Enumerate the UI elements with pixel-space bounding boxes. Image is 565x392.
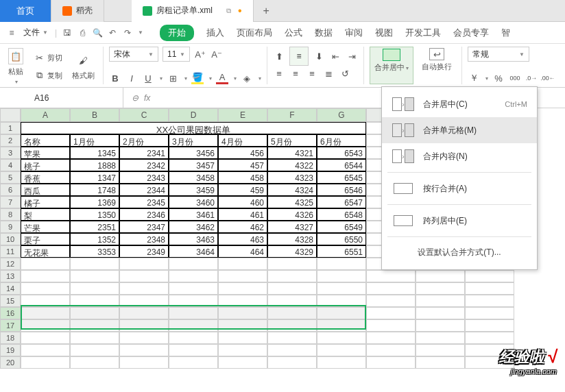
- cell[interactable]: 栗子: [21, 233, 70, 245]
- cell[interactable]: 6550: [317, 233, 366, 245]
- row-header[interactable]: 7: [0, 196, 21, 208]
- cell[interactable]: 4326: [267, 208, 317, 221]
- preview-icon[interactable]: 🔍: [91, 27, 104, 39]
- cell[interactable]: [21, 356, 70, 369]
- cell[interactable]: [317, 344, 366, 356]
- cell[interactable]: 1350: [70, 208, 119, 221]
- cell[interactable]: [267, 356, 317, 369]
- cell[interactable]: 1345: [70, 147, 119, 159]
- row-header[interactable]: 3: [0, 147, 21, 159]
- align-top-icon[interactable]: ⬆: [273, 50, 285, 62]
- cell[interactable]: [169, 319, 218, 332]
- ribbon-tab-dev[interactable]: 开发工具: [405, 27, 441, 39]
- cell[interactable]: 4329: [267, 245, 317, 258]
- cell[interactable]: [218, 344, 267, 356]
- cell[interactable]: 3353: [70, 245, 119, 258]
- cell[interactable]: [70, 319, 119, 332]
- percent-button[interactable]: %: [492, 72, 505, 84]
- tab-home[interactable]: 首页: [0, 0, 51, 22]
- cell[interactable]: 6548: [317, 208, 366, 221]
- ribbon-tab-formula[interactable]: 公式: [285, 27, 302, 39]
- copy-button[interactable]: ⧉复制: [30, 68, 65, 83]
- dropdown-footer[interactable]: 设置默认合并方式(T)...: [382, 240, 537, 265]
- cell[interactable]: [70, 295, 119, 307]
- cell[interactable]: 1月份: [70, 134, 119, 147]
- cell[interactable]: 苹果: [21, 147, 70, 159]
- cell[interactable]: 1748: [70, 184, 119, 196]
- cell[interactable]: [218, 258, 267, 270]
- currency-button[interactable]: ￥: [468, 72, 480, 84]
- cell[interactable]: [218, 282, 267, 295]
- cell[interactable]: [119, 356, 169, 369]
- cell[interactable]: 461: [218, 208, 267, 221]
- cell[interactable]: [317, 270, 366, 282]
- border-button[interactable]: ⊞: [167, 72, 179, 84]
- cell[interactable]: [465, 319, 514, 332]
- cell[interactable]: [169, 356, 218, 369]
- cell[interactable]: 4月份: [218, 134, 267, 147]
- cell[interactable]: 1888: [70, 159, 119, 171]
- row-header[interactable]: 17: [0, 319, 21, 332]
- align-middle-icon[interactable]: ≡: [289, 47, 309, 66]
- cell[interactable]: [366, 319, 416, 332]
- row-header[interactable]: 11: [0, 245, 21, 258]
- merge-option[interactable]: ›合并单元格(M): [382, 117, 537, 143]
- cell[interactable]: 3460: [169, 196, 218, 208]
- row-header[interactable]: 10: [0, 233, 21, 245]
- cell[interactable]: [169, 282, 218, 295]
- row-header[interactable]: 13: [0, 270, 21, 282]
- cell[interactable]: 463: [218, 233, 267, 245]
- row-header[interactable]: 14: [0, 282, 21, 295]
- cell[interactable]: 3458: [169, 171, 218, 184]
- cell[interactable]: 458: [218, 171, 267, 184]
- cell[interactable]: 梨: [21, 208, 70, 221]
- orientation-icon[interactable]: ↺: [339, 67, 351, 79]
- cell[interactable]: 6543: [317, 147, 366, 159]
- cell[interactable]: [366, 282, 416, 295]
- cell[interactable]: 6月份: [317, 134, 366, 147]
- row-header[interactable]: 12: [0, 258, 21, 270]
- cell[interactable]: [169, 258, 218, 270]
- cell[interactable]: 4327: [267, 221, 317, 233]
- cell[interactable]: [21, 295, 70, 307]
- size-select[interactable]: 11▼: [163, 47, 190, 62]
- cell[interactable]: [70, 282, 119, 295]
- tab-new[interactable]: +: [254, 5, 279, 17]
- qat-dropdown[interactable]: ▼: [138, 29, 143, 36]
- row-header[interactable]: 8: [0, 208, 21, 221]
- row-header[interactable]: 18: [0, 332, 21, 344]
- cell[interactable]: 1369: [70, 196, 119, 208]
- dec-inc-button[interactable]: .0→: [525, 72, 538, 84]
- cell[interactable]: [267, 295, 317, 307]
- cell[interactable]: [317, 258, 366, 270]
- decrease-font-icon[interactable]: A⁻: [211, 48, 223, 60]
- number-format-select[interactable]: 常规▼: [468, 47, 529, 62]
- align-center-icon[interactable]: ≡: [289, 67, 302, 79]
- cell[interactable]: 3462: [169, 221, 218, 233]
- cell[interactable]: 6547: [317, 196, 366, 208]
- cell[interactable]: 6549: [317, 221, 366, 233]
- cell[interactable]: [465, 270, 514, 282]
- col-header[interactable]: A: [21, 108, 70, 122]
- cell[interactable]: [169, 344, 218, 356]
- merge-option[interactable]: ›合并居中(C)Ctrl+M: [382, 91, 537, 117]
- cell[interactable]: [416, 282, 465, 295]
- ribbon-tab-start[interactable]: 开始: [160, 25, 194, 41]
- cell[interactable]: [267, 258, 317, 270]
- cell[interactable]: [416, 319, 465, 332]
- cell[interactable]: [21, 319, 70, 332]
- ribbon-tab-more[interactable]: 智: [501, 27, 510, 39]
- cell[interactable]: [416, 307, 465, 319]
- cell[interactable]: 3464: [169, 245, 218, 258]
- cell[interactable]: 459: [218, 184, 267, 196]
- col-header[interactable]: B: [70, 108, 119, 122]
- tab-document[interactable]: 房租记录单.xml ⧉ •: [132, 0, 254, 22]
- merge-option[interactable]: 按行合并(A): [382, 175, 537, 201]
- cell[interactable]: 5月份: [267, 134, 317, 147]
- bold-button[interactable]: B: [109, 72, 121, 84]
- cell[interactable]: 2351: [70, 221, 119, 233]
- cell[interactable]: [21, 344, 70, 356]
- cell[interactable]: [21, 332, 70, 344]
- cell[interactable]: [169, 270, 218, 282]
- cell[interactable]: [119, 258, 169, 270]
